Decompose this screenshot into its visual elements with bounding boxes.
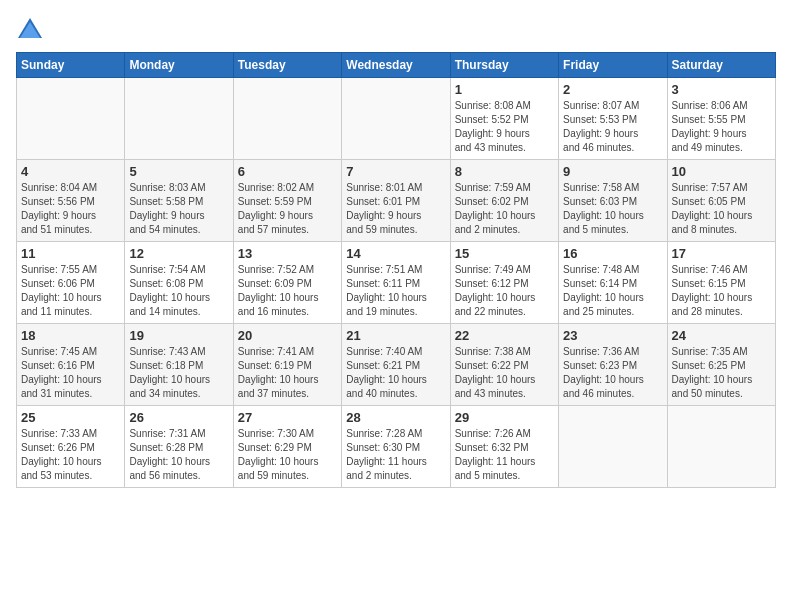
calendar-cell: 12Sunrise: 7:54 AM Sunset: 6:08 PM Dayli…	[125, 242, 233, 324]
calendar-cell: 1Sunrise: 8:08 AM Sunset: 5:52 PM Daylig…	[450, 78, 558, 160]
day-info: Sunrise: 8:06 AM Sunset: 5:55 PM Dayligh…	[672, 99, 771, 155]
calendar-week-3: 11Sunrise: 7:55 AM Sunset: 6:06 PM Dayli…	[17, 242, 776, 324]
calendar-cell: 16Sunrise: 7:48 AM Sunset: 6:14 PM Dayli…	[559, 242, 667, 324]
calendar-week-1: 1Sunrise: 8:08 AM Sunset: 5:52 PM Daylig…	[17, 78, 776, 160]
calendar-week-5: 25Sunrise: 7:33 AM Sunset: 6:26 PM Dayli…	[17, 406, 776, 488]
day-info: Sunrise: 7:46 AM Sunset: 6:15 PM Dayligh…	[672, 263, 771, 319]
day-number: 19	[129, 328, 228, 343]
calendar-cell: 3Sunrise: 8:06 AM Sunset: 5:55 PM Daylig…	[667, 78, 775, 160]
weekday-header-sunday: Sunday	[17, 53, 125, 78]
calendar-cell: 2Sunrise: 8:07 AM Sunset: 5:53 PM Daylig…	[559, 78, 667, 160]
logo	[16, 16, 48, 44]
day-number: 6	[238, 164, 337, 179]
day-info: Sunrise: 7:55 AM Sunset: 6:06 PM Dayligh…	[21, 263, 120, 319]
calendar-cell: 21Sunrise: 7:40 AM Sunset: 6:21 PM Dayli…	[342, 324, 450, 406]
day-number: 16	[563, 246, 662, 261]
calendar-cell: 29Sunrise: 7:26 AM Sunset: 6:32 PM Dayli…	[450, 406, 558, 488]
day-info: Sunrise: 7:48 AM Sunset: 6:14 PM Dayligh…	[563, 263, 662, 319]
day-number: 26	[129, 410, 228, 425]
calendar-cell: 23Sunrise: 7:36 AM Sunset: 6:23 PM Dayli…	[559, 324, 667, 406]
day-info: Sunrise: 7:33 AM Sunset: 6:26 PM Dayligh…	[21, 427, 120, 483]
day-info: Sunrise: 8:02 AM Sunset: 5:59 PM Dayligh…	[238, 181, 337, 237]
calendar-cell: 28Sunrise: 7:28 AM Sunset: 6:30 PM Dayli…	[342, 406, 450, 488]
day-info: Sunrise: 7:40 AM Sunset: 6:21 PM Dayligh…	[346, 345, 445, 401]
calendar-cell: 24Sunrise: 7:35 AM Sunset: 6:25 PM Dayli…	[667, 324, 775, 406]
day-number: 8	[455, 164, 554, 179]
calendar-cell	[17, 78, 125, 160]
calendar-cell: 27Sunrise: 7:30 AM Sunset: 6:29 PM Dayli…	[233, 406, 341, 488]
day-number: 23	[563, 328, 662, 343]
day-info: Sunrise: 7:49 AM Sunset: 6:12 PM Dayligh…	[455, 263, 554, 319]
calendar-cell	[342, 78, 450, 160]
calendar-cell: 7Sunrise: 8:01 AM Sunset: 6:01 PM Daylig…	[342, 160, 450, 242]
weekday-header-wednesday: Wednesday	[342, 53, 450, 78]
day-number: 17	[672, 246, 771, 261]
day-number: 29	[455, 410, 554, 425]
calendar-cell	[233, 78, 341, 160]
calendar-cell	[559, 406, 667, 488]
weekday-header-monday: Monday	[125, 53, 233, 78]
day-number: 22	[455, 328, 554, 343]
day-info: Sunrise: 7:38 AM Sunset: 6:22 PM Dayligh…	[455, 345, 554, 401]
day-info: Sunrise: 7:43 AM Sunset: 6:18 PM Dayligh…	[129, 345, 228, 401]
day-number: 18	[21, 328, 120, 343]
day-number: 3	[672, 82, 771, 97]
calendar-week-2: 4Sunrise: 8:04 AM Sunset: 5:56 PM Daylig…	[17, 160, 776, 242]
calendar-cell: 15Sunrise: 7:49 AM Sunset: 6:12 PM Dayli…	[450, 242, 558, 324]
day-number: 14	[346, 246, 445, 261]
calendar-cell	[667, 406, 775, 488]
calendar-cell: 13Sunrise: 7:52 AM Sunset: 6:09 PM Dayli…	[233, 242, 341, 324]
day-number: 10	[672, 164, 771, 179]
weekday-header-thursday: Thursday	[450, 53, 558, 78]
day-info: Sunrise: 7:36 AM Sunset: 6:23 PM Dayligh…	[563, 345, 662, 401]
day-number: 24	[672, 328, 771, 343]
calendar-cell: 20Sunrise: 7:41 AM Sunset: 6:19 PM Dayli…	[233, 324, 341, 406]
weekday-header-saturday: Saturday	[667, 53, 775, 78]
day-number: 5	[129, 164, 228, 179]
day-number: 15	[455, 246, 554, 261]
day-info: Sunrise: 8:01 AM Sunset: 6:01 PM Dayligh…	[346, 181, 445, 237]
day-info: Sunrise: 7:52 AM Sunset: 6:09 PM Dayligh…	[238, 263, 337, 319]
day-number: 7	[346, 164, 445, 179]
day-number: 28	[346, 410, 445, 425]
day-number: 13	[238, 246, 337, 261]
calendar-cell: 18Sunrise: 7:45 AM Sunset: 6:16 PM Dayli…	[17, 324, 125, 406]
page-header	[16, 16, 776, 44]
day-info: Sunrise: 7:57 AM Sunset: 6:05 PM Dayligh…	[672, 181, 771, 237]
day-number: 9	[563, 164, 662, 179]
day-info: Sunrise: 7:31 AM Sunset: 6:28 PM Dayligh…	[129, 427, 228, 483]
day-number: 1	[455, 82, 554, 97]
weekday-header-friday: Friday	[559, 53, 667, 78]
calendar-cell	[125, 78, 233, 160]
day-number: 12	[129, 246, 228, 261]
calendar-cell: 17Sunrise: 7:46 AM Sunset: 6:15 PM Dayli…	[667, 242, 775, 324]
day-number: 25	[21, 410, 120, 425]
calendar-cell: 19Sunrise: 7:43 AM Sunset: 6:18 PM Dayli…	[125, 324, 233, 406]
calendar-cell: 26Sunrise: 7:31 AM Sunset: 6:28 PM Dayli…	[125, 406, 233, 488]
day-info: Sunrise: 7:58 AM Sunset: 6:03 PM Dayligh…	[563, 181, 662, 237]
day-info: Sunrise: 7:28 AM Sunset: 6:30 PM Dayligh…	[346, 427, 445, 483]
calendar-header-row: SundayMondayTuesdayWednesdayThursdayFrid…	[17, 53, 776, 78]
day-info: Sunrise: 7:26 AM Sunset: 6:32 PM Dayligh…	[455, 427, 554, 483]
calendar-cell: 9Sunrise: 7:58 AM Sunset: 6:03 PM Daylig…	[559, 160, 667, 242]
day-info: Sunrise: 7:45 AM Sunset: 6:16 PM Dayligh…	[21, 345, 120, 401]
day-number: 2	[563, 82, 662, 97]
calendar-cell: 8Sunrise: 7:59 AM Sunset: 6:02 PM Daylig…	[450, 160, 558, 242]
calendar-cell: 4Sunrise: 8:04 AM Sunset: 5:56 PM Daylig…	[17, 160, 125, 242]
day-info: Sunrise: 8:03 AM Sunset: 5:58 PM Dayligh…	[129, 181, 228, 237]
calendar-table: SundayMondayTuesdayWednesdayThursdayFrid…	[16, 52, 776, 488]
day-number: 20	[238, 328, 337, 343]
day-number: 21	[346, 328, 445, 343]
logo-icon	[16, 16, 44, 44]
calendar-cell: 14Sunrise: 7:51 AM Sunset: 6:11 PM Dayli…	[342, 242, 450, 324]
calendar-cell: 5Sunrise: 8:03 AM Sunset: 5:58 PM Daylig…	[125, 160, 233, 242]
day-number: 11	[21, 246, 120, 261]
day-number: 4	[21, 164, 120, 179]
day-info: Sunrise: 7:30 AM Sunset: 6:29 PM Dayligh…	[238, 427, 337, 483]
calendar-cell: 6Sunrise: 8:02 AM Sunset: 5:59 PM Daylig…	[233, 160, 341, 242]
day-info: Sunrise: 7:35 AM Sunset: 6:25 PM Dayligh…	[672, 345, 771, 401]
calendar-week-4: 18Sunrise: 7:45 AM Sunset: 6:16 PM Dayli…	[17, 324, 776, 406]
day-info: Sunrise: 7:41 AM Sunset: 6:19 PM Dayligh…	[238, 345, 337, 401]
calendar-cell: 22Sunrise: 7:38 AM Sunset: 6:22 PM Dayli…	[450, 324, 558, 406]
calendar-cell: 10Sunrise: 7:57 AM Sunset: 6:05 PM Dayli…	[667, 160, 775, 242]
